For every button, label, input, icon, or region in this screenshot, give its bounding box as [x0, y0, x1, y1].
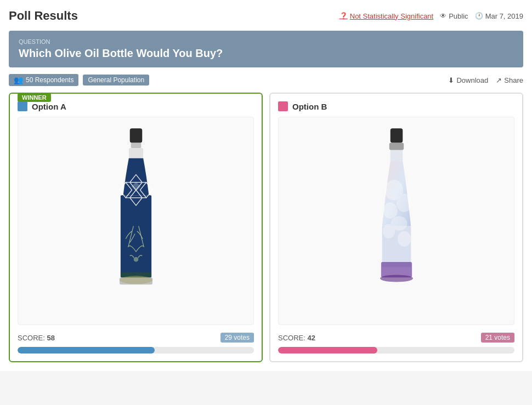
visibility-badge: Public: [440, 12, 468, 20]
option-b-color: [278, 101, 288, 111]
options-grid: WINNER Option A: [9, 93, 523, 362]
download-button[interactable]: ⬇ Download: [448, 76, 488, 84]
date-label: Mar 7, 2019: [475, 12, 523, 20]
svg-rect-18: [389, 143, 403, 150]
svg-point-25: [383, 202, 397, 219]
svg-rect-16: [120, 277, 152, 284]
svg-point-24: [397, 193, 412, 212]
option-b-score-row: SCORE: 42 21 votes: [278, 333, 514, 343]
respondent-count-tag: 👥 50 Respondents: [9, 74, 78, 86]
action-buttons: ⬇ Download ↗ Share: [448, 76, 523, 84]
people-icon: 👥: [14, 76, 23, 84]
option-a-label: Option A: [32, 102, 66, 111]
question-text: Which Olive Oil Bottle Would You Buy?: [19, 47, 513, 60]
page-header: Poll Results Not Statistically Significa…: [9, 9, 523, 23]
svg-rect-2: [128, 148, 143, 158]
header-right: Not Statistically Significant Public Mar…: [339, 12, 523, 20]
svg-point-22: [380, 275, 413, 282]
svg-rect-19: [390, 150, 403, 162]
option-a-header: Option A: [18, 101, 254, 111]
svg-point-27: [382, 224, 395, 238]
option-a-votes: 29 votes: [220, 333, 254, 343]
option-a-progress-bg: [18, 347, 254, 353]
download-label: Download: [456, 76, 488, 84]
bottle-a-svg: [95, 122, 177, 320]
respondent-tags: 👥 50 Respondents General Population: [9, 74, 149, 86]
question-banner: Question Which Olive Oil Bottle Would Yo…: [9, 31, 523, 67]
population-tag: General Population: [83, 75, 149, 85]
share-label: Share: [504, 76, 523, 84]
share-button[interactable]: ↗ Share: [496, 76, 523, 84]
option-a-progress-fill: [18, 347, 155, 353]
option-a-score-value: 58: [47, 334, 54, 342]
option-a-image: [18, 117, 254, 325]
option-card-a: WINNER Option A: [9, 93, 263, 362]
svg-rect-17: [390, 128, 403, 142]
option-b-score-label: SCORE: 42: [278, 334, 315, 342]
option-b-progress-bg: [278, 347, 514, 353]
svg-rect-3: [120, 195, 151, 277]
option-a-score-label: SCORE: 58: [18, 334, 55, 342]
population-label: General Population: [88, 76, 144, 84]
option-a-color: [18, 101, 27, 111]
respondent-count-label: 50 Respondents: [26, 76, 73, 84]
option-b-progress-fill: [278, 347, 377, 353]
respondent-bar: 👥 50 Respondents General Population ⬇ Do…: [9, 74, 523, 86]
option-card-b: Option B: [269, 93, 523, 362]
question-label: Question: [19, 38, 513, 45]
svg-point-13: [134, 258, 138, 262]
option-b-votes: 21 votes: [481, 333, 514, 343]
bottle-b-svg: [355, 122, 438, 320]
option-b-score-value: 42: [307, 334, 315, 342]
option-b-label: Option B: [292, 102, 327, 111]
download-icon: ⬇: [448, 76, 454, 84]
option-a-score-row: SCORE: 58 29 votes: [18, 333, 254, 343]
winner-badge: WINNER: [18, 93, 51, 102]
svg-rect-0: [129, 128, 142, 142]
page-title: Poll Results: [9, 9, 78, 23]
svg-point-28: [397, 231, 410, 247]
option-b-header: Option B: [278, 101, 514, 111]
svg-rect-1: [131, 143, 141, 148]
significance-badge[interactable]: Not Statistically Significant: [339, 12, 433, 20]
share-icon: ↗: [496, 76, 502, 84]
option-b-image: [278, 117, 514, 325]
